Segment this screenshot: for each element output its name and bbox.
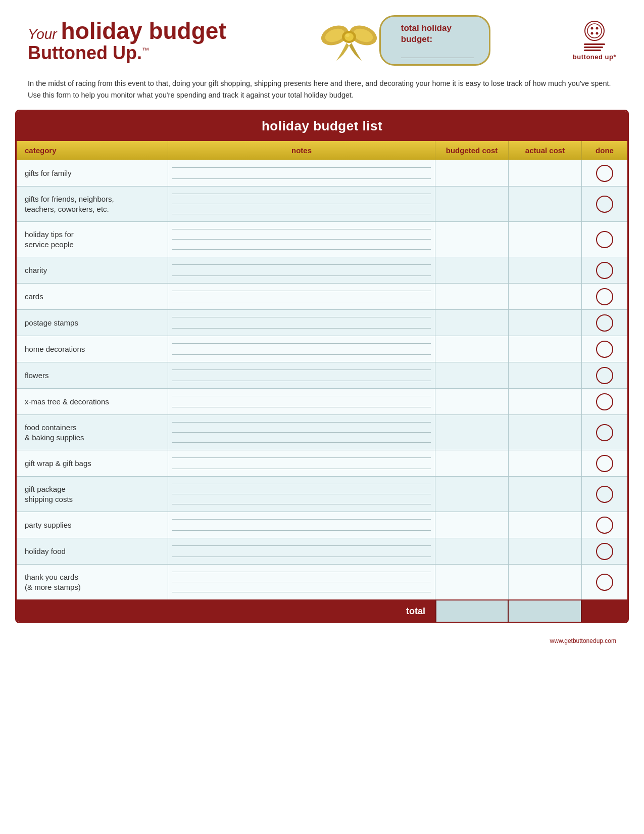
col-header-category: category <box>17 141 168 160</box>
table-row: flowers <box>17 362 627 388</box>
notes-cell[interactable] <box>168 160 435 186</box>
note-line <box>172 343 431 344</box>
notes-cell[interactable] <box>168 284 435 309</box>
notes-cell[interactable] <box>168 565 435 599</box>
actual-cost-cell[interactable] <box>509 362 582 388</box>
actual-cost-cell[interactable] <box>509 284 582 309</box>
actual-cost-cell[interactable] <box>509 222 582 257</box>
header-title: holiday budget <box>61 17 226 44</box>
note-line <box>172 432 431 433</box>
done-cell[interactable] <box>582 565 627 599</box>
notes-cell[interactable] <box>168 310 435 336</box>
done-cell[interactable] <box>582 389 627 414</box>
notes-cell[interactable] <box>168 336 435 362</box>
done-circle[interactable] <box>596 486 613 503</box>
notes-cell[interactable] <box>168 389 435 414</box>
note-line <box>172 249 431 250</box>
done-cell[interactable] <box>582 160 627 186</box>
done-circle[interactable] <box>596 543 613 560</box>
done-circle[interactable] <box>596 455 613 472</box>
budgeted-cost-cell[interactable] <box>435 415 509 450</box>
svg-point-8 <box>587 24 602 38</box>
budgeted-cost-cell[interactable] <box>435 538 509 564</box>
done-cell[interactable] <box>582 187 627 221</box>
actual-cost-cell[interactable] <box>509 538 582 564</box>
budgeted-cost-cell[interactable] <box>435 389 509 414</box>
notes-cell[interactable] <box>168 187 435 221</box>
budget-box-value[interactable] <box>401 49 474 58</box>
note-line <box>172 194 431 194</box>
actual-cost-cell[interactable] <box>509 160 582 186</box>
budgeted-cost-cell[interactable] <box>435 160 509 186</box>
actual-cost-cell[interactable] <box>509 336 582 362</box>
done-circle[interactable] <box>596 367 613 384</box>
actual-cost-cell[interactable] <box>509 477 582 512</box>
done-cell[interactable] <box>582 310 627 336</box>
budgeted-cost-cell[interactable] <box>435 565 509 599</box>
notes-cell[interactable] <box>168 512 435 538</box>
done-circle[interactable] <box>596 341 613 358</box>
budgeted-cost-cell[interactable] <box>435 512 509 538</box>
done-cell[interactable] <box>582 415 627 450</box>
done-circle[interactable] <box>596 574 613 591</box>
done-circle[interactable] <box>596 196 613 213</box>
done-circle[interactable] <box>596 314 613 332</box>
done-cell[interactable] <box>582 512 627 538</box>
budgeted-cost-cell[interactable] <box>435 187 509 221</box>
notes-cell[interactable] <box>168 415 435 450</box>
header-center: total holidaybudget: <box>236 15 573 66</box>
notes-cell[interactable] <box>168 538 435 564</box>
note-line <box>172 592 431 592</box>
actual-cost-cell[interactable] <box>509 512 582 538</box>
notes-cell[interactable] <box>168 362 435 388</box>
done-cell[interactable] <box>582 538 627 564</box>
budgeted-cost-cell[interactable] <box>435 284 509 309</box>
table-row: gifts for friends, neighbors, teachers, … <box>17 186 627 221</box>
budgeted-cost-cell[interactable] <box>435 257 509 283</box>
svg-point-12 <box>596 32 598 35</box>
done-cell[interactable] <box>582 257 627 283</box>
done-cell[interactable] <box>582 284 627 309</box>
svg-point-9 <box>590 27 593 30</box>
note-line <box>172 469 431 469</box>
notes-cell[interactable] <box>168 450 435 476</box>
notes-cell[interactable] <box>168 257 435 283</box>
actual-cost-cell[interactable] <box>509 415 582 450</box>
note-line <box>172 167 431 168</box>
done-circle[interactable] <box>596 393 613 410</box>
category-cell: flowers <box>17 362 168 388</box>
budgeted-cost-cell[interactable] <box>435 450 509 476</box>
done-circle[interactable] <box>596 288 613 305</box>
notes-cell[interactable] <box>168 222 435 257</box>
table-row: charity <box>17 257 627 283</box>
budgeted-cost-cell[interactable] <box>435 477 509 512</box>
total-budgeted-value <box>435 600 509 622</box>
table-body: gifts for familygifts for friends, neigh… <box>17 160 627 599</box>
page-header: Your holiday budget Buttoned Up.™ <box>0 0 644 71</box>
actual-cost-cell[interactable] <box>509 389 582 414</box>
budgeted-cost-cell[interactable] <box>435 336 509 362</box>
notes-cell[interactable] <box>168 477 435 512</box>
actual-cost-cell[interactable] <box>509 565 582 599</box>
done-cell[interactable] <box>582 477 627 512</box>
done-cell[interactable] <box>582 450 627 476</box>
actual-cost-cell[interactable] <box>509 310 582 336</box>
actual-cost-cell[interactable] <box>509 187 582 221</box>
done-circle[interactable] <box>596 424 613 441</box>
budgeted-cost-cell[interactable] <box>435 362 509 388</box>
budgeted-cost-cell[interactable] <box>435 222 509 257</box>
note-line <box>172 275 431 276</box>
note-line <box>172 504 431 504</box>
done-circle[interactable] <box>596 517 613 534</box>
budgeted-cost-cell[interactable] <box>435 310 509 336</box>
actual-cost-cell[interactable] <box>509 257 582 283</box>
header-your: Your <box>28 26 57 42</box>
done-cell[interactable] <box>582 336 627 362</box>
done-cell[interactable] <box>582 222 627 257</box>
note-line <box>172 302 431 302</box>
done-cell[interactable] <box>582 362 627 388</box>
done-circle[interactable] <box>596 262 613 279</box>
done-circle[interactable] <box>596 231 613 248</box>
done-circle[interactable] <box>596 165 613 182</box>
actual-cost-cell[interactable] <box>509 450 582 476</box>
